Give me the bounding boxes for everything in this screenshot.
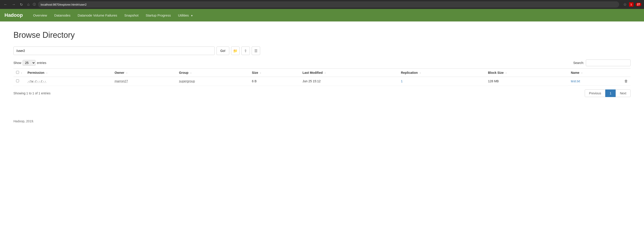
browser-chrome: ← → ↻ ⌂ ⓘ ☆ 1 27 <box>0 0 644 9</box>
forward-button[interactable]: → <box>11 2 16 7</box>
back-button[interactable]: ← <box>3 2 8 7</box>
delete-icon[interactable]: 🗑 <box>624 79 628 83</box>
checkbox-sort-icon: ↕ <box>21 71 22 74</box>
entries-label: entries <box>37 61 46 65</box>
th-group[interactable]: Group ↕ <box>176 69 249 77</box>
th-owner[interactable]: Owner ↕ <box>112 69 176 77</box>
path-area: Go! 📁 ⇧ ☰ <box>14 46 630 55</box>
notification-badge: 27 <box>636 3 641 6</box>
folder-icon-button[interactable]: 📁 <box>231 46 240 55</box>
search-label: Search: <box>573 61 584 65</box>
folder-open-icon: 📁 <box>233 49 238 53</box>
group-cell: supergroup <box>179 80 195 83</box>
bookmark-star-icon[interactable]: ☆ <box>623 2 627 7</box>
block-size-cell: 128 MB <box>488 80 498 83</box>
file-name-link[interactable]: test.txt <box>571 80 580 83</box>
owner-cell: marron27 <box>114 80 128 83</box>
entries-per-page-select[interactable]: 10 25 50 100 <box>22 60 36 66</box>
address-bar[interactable] <box>38 1 619 8</box>
main-content: Browse Directory Go! 📁 ⇧ ☰ Show 10 25 50… <box>0 22 644 106</box>
select-all-checkbox[interactable] <box>16 71 19 74</box>
permission-cell: -rw-r--r-- <box>28 80 46 83</box>
th-permission[interactable]: Permission ↕ <box>25 69 112 77</box>
footer: Hadoop, 2019. <box>0 115 644 128</box>
row-checkbox[interactable] <box>16 80 19 82</box>
pagination-area: Showing 1 to 1 of 1 entries Previous 1 N… <box>14 90 630 97</box>
th-last-modified[interactable]: Last Modified ↕ <box>300 69 398 77</box>
footer-text: Hadoop, 2019. <box>14 120 34 123</box>
profile-icon: 1 <box>629 2 634 7</box>
nav-item-startup-progress[interactable]: Startup Progress <box>142 10 174 21</box>
th-size[interactable]: Size ↕ <box>249 69 300 77</box>
owner-sort-icon: ↕ <box>126 71 128 74</box>
replication-cell[interactable]: 1 <box>401 80 403 83</box>
table-row: -rw-r--r-- marron27 supergroup 6 B Jun 2… <box>14 77 630 86</box>
path-input[interactable] <box>14 46 215 55</box>
navbar-links: Overview Datanodes Datanode Volume Failu… <box>30 10 196 21</box>
group-sort-icon: ↕ <box>190 71 192 74</box>
search-area: Search: <box>573 60 630 66</box>
table-header-row: ↕ Permission ↕ Owner ↕ Group ↕ Size ↕ <box>14 69 630 77</box>
pagination-buttons: Previous 1 Next <box>585 90 630 97</box>
nav-item-datanode-volume-failures[interactable]: Datanode Volume Failures <box>74 10 121 21</box>
previous-button[interactable]: Previous <box>585 90 605 97</box>
table-controls: Show 10 25 50 100 entries Search: <box>14 60 630 66</box>
nav-item-utilities[interactable]: Utilities ▼ <box>174 10 196 21</box>
last-modified-sort-icon: ↕ <box>324 71 326 74</box>
utilities-dropdown-arrow-icon: ▼ <box>190 14 193 17</box>
th-replication[interactable]: Replication ↕ <box>398 69 485 77</box>
list-icon: ☰ <box>254 49 258 53</box>
home-button[interactable]: ⌂ <box>26 2 31 7</box>
navbar-brand[interactable]: Hadoop <box>4 12 23 18</box>
name-sort-icon: ↕ <box>581 71 582 74</box>
th-block-size[interactable]: Block Size ↕ <box>485 69 568 77</box>
showing-text: Showing 1 to 1 of 1 entries <box>14 92 50 95</box>
nav-item-snapshot[interactable]: Snapshot <box>121 10 142 21</box>
block-size-sort-icon: ↕ <box>505 71 507 74</box>
page-1-button[interactable]: 1 <box>605 90 616 97</box>
show-entries-control: Show 10 25 50 100 entries <box>14 60 46 66</box>
last-modified-cell: Jun 25 15:12 <box>302 80 320 83</box>
show-label: Show <box>14 61 21 65</box>
upload-icon: ⇧ <box>244 49 247 53</box>
reload-button[interactable]: ↻ <box>19 2 24 7</box>
replication-sort-icon: ↕ <box>420 71 421 74</box>
upload-icon-button[interactable]: ⇧ <box>241 46 250 55</box>
search-input[interactable] <box>586 60 630 66</box>
go-button[interactable]: Go! <box>216 46 229 55</box>
data-table: ↕ Permission ↕ Owner ↕ Group ↕ Size ↕ <box>14 68 630 86</box>
permission-sort-icon: ↕ <box>46 71 48 74</box>
size-cell: 6 B <box>252 80 256 83</box>
navbar: Hadoop Overview Datanodes Datanode Volum… <box>0 9 644 22</box>
next-button[interactable]: Next <box>616 90 630 97</box>
page-title: Browse Directory <box>14 30 630 40</box>
nav-item-datanodes[interactable]: Datanodes <box>50 10 74 21</box>
th-name[interactable]: Name ↕ <box>568 69 630 77</box>
nav-item-overview[interactable]: Overview <box>30 10 51 21</box>
size-sort-icon: ↕ <box>260 71 261 74</box>
list-icon-button[interactable]: ☰ <box>252 46 260 55</box>
